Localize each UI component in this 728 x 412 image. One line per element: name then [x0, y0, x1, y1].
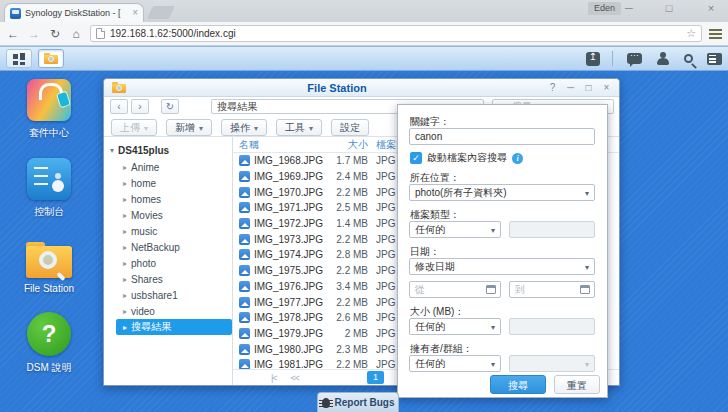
tree-item-photo[interactable]: photo	[104, 255, 232, 271]
window-titlebar[interactable]: File Station ? ─ □ ×	[104, 79, 619, 97]
image-file-icon	[239, 344, 250, 355]
upload-button[interactable]: 上傳	[111, 119, 157, 136]
browser-close-button[interactable]: ×	[696, 2, 726, 15]
search-icon[interactable]	[684, 54, 693, 63]
tab-title: Synology DiskStation - [	[25, 8, 128, 18]
location-select[interactable]: photo(所有子資料夾)	[409, 184, 595, 201]
calendar-icon[interactable]	[486, 285, 496, 294]
size-label: 大小 (MB)：	[410, 305, 464, 319]
header-name[interactable]: 名稱	[233, 138, 308, 152]
tree-item-music[interactable]: music	[104, 223, 232, 239]
size-extra-input	[509, 318, 595, 335]
nav-back-button[interactable]: ‹	[110, 99, 128, 114]
browser-menu-icon[interactable]	[709, 29, 722, 39]
browser-maximize-button[interactable]: □	[654, 2, 684, 15]
tree-item-shares[interactable]: Shares	[104, 271, 232, 287]
external-device-icon[interactable]	[586, 52, 600, 66]
reset-button[interactable]: 重置	[554, 375, 600, 394]
desktop-icon-dsm-help[interactable]: ? DSM 說明	[27, 312, 72, 375]
size-select[interactable]: 任何的	[409, 318, 501, 335]
tree-item-home[interactable]: home	[104, 175, 232, 191]
content-search-row: ✓ 啟動檔案內容搜尋 i	[410, 151, 523, 165]
tab-close-icon[interactable]: ×	[132, 8, 138, 18]
tree-item-anime[interactable]: Anime	[104, 159, 232, 175]
keyword-input[interactable]: canon	[409, 128, 595, 145]
forward-icon[interactable]: →	[27, 27, 41, 41]
taskbar-file-station-button[interactable]	[38, 49, 64, 68]
search-submit-button[interactable]: 搜尋	[490, 375, 546, 394]
owner-select[interactable]: 任何的	[409, 355, 501, 372]
create-button[interactable]: 新增	[166, 119, 212, 136]
browser-tab[interactable]: Synology DiskStation - [ ×	[4, 3, 144, 22]
checkbox-checked-icon[interactable]: ✓	[410, 152, 422, 164]
search-options-panel: 關鍵字： canon ✓ 啟動檔案內容搜尋 i 所在位置： photo(所有子資…	[397, 104, 608, 398]
url-input[interactable]: 192.168.1.62:5000/index.cgi ☆	[90, 25, 702, 42]
settings-button[interactable]: 設定	[331, 119, 369, 136]
home-icon[interactable]: ⌂	[69, 27, 83, 41]
tree-item-netbackup[interactable]: NetBackup	[104, 239, 232, 255]
image-file-icon	[239, 297, 250, 308]
notifications-icon[interactable]	[627, 53, 642, 64]
screen: Synology DiskStation - [ × Eden ─ □ × ← …	[0, 0, 728, 412]
new-tab-button[interactable]	[147, 6, 175, 19]
desktop-icon-control-panel[interactable]: 控制台	[27, 158, 71, 219]
header-size[interactable]: 大小	[308, 138, 368, 152]
file-type-label: 檔案類型：	[410, 208, 460, 222]
user-options-icon[interactable]	[656, 52, 670, 65]
date-to-input[interactable]: 到	[509, 281, 595, 298]
window-maximize-icon[interactable]: □	[584, 82, 593, 93]
chevron-down-icon	[254, 122, 258, 133]
calendar-icon[interactable]	[580, 285, 590, 294]
tree-item-video[interactable]: video	[104, 303, 232, 319]
taskbar-divider	[612, 51, 613, 66]
tree-item-movies[interactable]: Movies	[104, 207, 232, 223]
action-button[interactable]: 操作	[221, 119, 267, 136]
owner-extra-select	[509, 355, 595, 372]
current-page-badge[interactable]: 1	[367, 371, 384, 384]
date-type-select[interactable]: 修改日期	[409, 258, 595, 275]
tree-item-homes[interactable]: homes	[104, 191, 232, 207]
dsm-favicon-icon	[10, 8, 21, 19]
chevron-down-icon	[199, 122, 203, 133]
main-menu-button[interactable]	[6, 49, 32, 68]
tree-root-ds415plus[interactable]: DS415plus	[104, 142, 232, 159]
chevron-down-icon	[309, 122, 313, 133]
image-file-icon	[239, 171, 250, 182]
url-text: 192.168.1.62:5000/index.cgi	[110, 28, 681, 39]
browser-tab-strip: Synology DiskStation - [ × Eden ─ □ ×	[0, 0, 728, 22]
image-file-icon	[239, 202, 250, 213]
package-center-icon	[27, 79, 71, 121]
file-type-select[interactable]: 任何的	[409, 221, 501, 238]
reload-icon[interactable]: ↻	[48, 27, 62, 41]
owner-label: 擁有者/群組：	[410, 342, 473, 356]
tools-button[interactable]: 工具	[276, 119, 322, 136]
dsm-taskbar	[0, 46, 728, 71]
info-icon[interactable]: i	[512, 153, 523, 164]
first-page-icon[interactable]: |<	[271, 373, 277, 383]
tree-item-search-results[interactable]: 搜尋結果	[116, 319, 232, 335]
desktop-icon-file-station[interactable]: File Station	[24, 237, 74, 294]
window-folder-icon	[112, 82, 126, 93]
keyword-label: 關鍵字：	[410, 115, 450, 129]
report-bugs-label: Report Bugs	[335, 397, 395, 408]
widgets-icon[interactable]	[707, 53, 722, 65]
browser-minimize-button[interactable]: ─	[614, 2, 644, 15]
window-help-icon[interactable]: ?	[548, 82, 557, 93]
desktop-icon-package-center[interactable]: 套件中心	[27, 79, 71, 140]
image-file-icon	[239, 312, 250, 323]
bookmark-star-icon[interactable]: ☆	[686, 27, 696, 40]
prev-page-icon[interactable]: <<	[291, 373, 300, 383]
nav-forward-button[interactable]: ›	[131, 99, 149, 114]
window-close-icon[interactable]: ×	[602, 82, 611, 93]
back-icon[interactable]: ←	[6, 27, 20, 41]
report-bugs-tab[interactable]: Report Bugs	[317, 392, 399, 412]
window-minimize-icon[interactable]: ─	[566, 82, 575, 93]
page-icon	[96, 28, 105, 39]
tree-item-usbshare1[interactable]: usbshare1	[104, 287, 232, 303]
image-file-icon	[239, 249, 250, 260]
image-file-icon	[239, 234, 250, 245]
nav-refresh-button[interactable]: ↻	[161, 99, 179, 114]
date-from-input[interactable]: 從	[409, 281, 501, 298]
window-title: File Station	[126, 82, 548, 94]
image-file-icon	[239, 187, 250, 198]
